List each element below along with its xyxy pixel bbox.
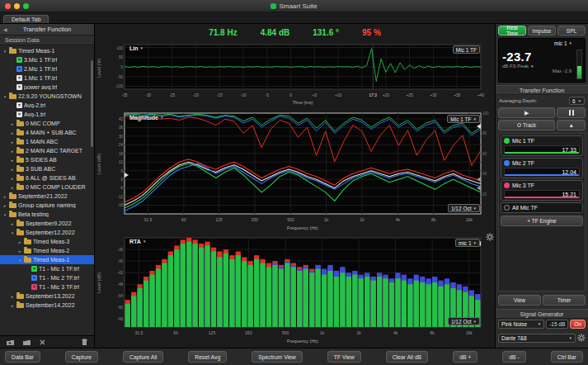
add-tf-engine-button[interactable]: + TF Engine — [501, 216, 583, 226]
magnitude-mode-dropdown[interactable]: Magnitude▼ — [129, 115, 163, 121]
magnitude-trace-chip[interactable]: Mic 1 TF▼ — [447, 115, 480, 123]
trash-button[interactable] — [81, 338, 88, 346]
tree-folder-timed-meas-3[interactable]: ▸Timed Meas-3 — [0, 237, 94, 246]
generator-source-dropdown[interactable]: Pink Noise▼ — [498, 320, 544, 329]
tree-file-avg-2-trf[interactable]: ×Avg-2.trf — [0, 101, 94, 110]
bar-button-ctrl-bar[interactable]: Ctrl Bar — [551, 351, 583, 363]
tree-folder-timed-meas-1[interactable]: ▾Timed Meas-1 — [0, 255, 94, 264]
rta-octave-badge[interactable]: 1/12 Oct▼ — [448, 317, 480, 325]
tree-folder-1-main-abc[interactable]: ▸1 MAIN ABC — [0, 137, 94, 146]
ir-trace-chip[interactable]: Mic 1 TF — [453, 45, 480, 54]
timer-button[interactable]: Timer — [543, 295, 586, 306]
sidebar-scrollbar[interactable] — [91, 60, 93, 147]
magnitude-octave-badge[interactable]: 1/12 Oct▼ — [448, 204, 480, 212]
spl-mode-button[interactable]: SPL — [557, 26, 586, 36]
collapse-sidebar-icon[interactable]: ◀ — [3, 26, 7, 32]
tree-file-t1-mic-2-tf-trf[interactable]: ×T1 - Mic 2 TF.trf — [0, 273, 94, 282]
rta-plot[interactable]: Level (dB) 31.5631252505001k2k4k8k16k-30… — [95, 235, 495, 346]
tree-folder-0-mic-comp[interactable]: ▸0 MIC COMP — [0, 119, 94, 128]
disclosure-open-icon[interactable]: ▾ — [2, 212, 7, 217]
open-folder-button[interactable] — [22, 339, 31, 346]
bar-button-capture-all[interactable]: Capture All — [123, 351, 163, 363]
tree-file-power-avg-trf[interactable]: ×power avg.trf — [0, 83, 94, 92]
remove-item-button[interactable] — [39, 339, 46, 346]
trace-color-dot[interactable] — [504, 182, 510, 188]
view-button[interactable]: View — [498, 295, 541, 306]
magnitude-canvas[interactable]: 31.5631252505001k2k4k8k16k42363024181260… — [105, 111, 492, 233]
bar-button-data-bar[interactable]: Data Bar — [5, 351, 40, 363]
ir-mode-dropdown[interactable]: Lin▼ — [129, 45, 143, 51]
tree-folder-2-main-abc-target[interactable]: ▸2 MAIN ABC TARGET — [0, 146, 94, 155]
live-ir-plot[interactable]: Level (%) 100500-50-100-35-30-25-20-15-1… — [95, 42, 495, 108]
disclosure-closed-icon[interactable]: ▸ — [10, 149, 15, 154]
bar-button-tf-view[interactable]: TF View — [327, 351, 361, 363]
bar-button-reset-avg[interactable]: Reset Avg — [188, 351, 227, 363]
generator-level-value[interactable]: -15 dB — [546, 320, 568, 329]
disclosure-closed-icon[interactable]: ▸ — [10, 303, 15, 308]
disclosure-open-icon[interactable]: ▾ — [10, 230, 15, 235]
minimize-window-button[interactable] — [14, 3, 20, 9]
disclosure-closed-icon[interactable]: ▸ — [10, 130, 15, 135]
close-window-button[interactable] — [5, 3, 11, 9]
tree-folder-4-main-sub-abc[interactable]: ▸4 MAIN + SUB ABC — [0, 128, 94, 137]
trace-color-dot[interactable] — [504, 138, 510, 144]
disclosure-closed-icon[interactable]: ▸ — [10, 221, 15, 226]
new-folder-button[interactable] — [6, 339, 15, 346]
zoom-window-button[interactable] — [23, 3, 29, 9]
bar-button-spectrum-view[interactable]: Spectrum View — [252, 351, 303, 363]
tree-file-1-mic-1-tf-trf[interactable]: ×1.Mic 1 TF.trf — [0, 73, 94, 83]
disclosure-open-icon[interactable]: ▾ — [17, 258, 22, 263]
track-button[interactable]: Track — [498, 120, 555, 130]
eject-button[interactable]: ▲ — [557, 120, 586, 130]
trace-color-dot[interactable] — [504, 205, 510, 211]
rta-canvas[interactable]: 31.5631252505001k2k4k8k16k-30-36-42-48-5… — [105, 235, 492, 346]
tree-folder-timed-meas-1[interactable]: ▾Timed Meas-1 — [0, 46, 94, 55]
tree-folder-6-all-sides-ab[interactable]: ▸6 ALL @ SIDES AB — [0, 173, 94, 182]
tf-measurement-mic-2-tf[interactable]: Mic 2 TF12.04 — [501, 158, 583, 178]
tree-folder-september13-2022[interactable]: ▸September13.2022 — [0, 292, 94, 301]
bar-button-clear-all-db[interactable]: Clear All dB — [386, 351, 429, 363]
tree-folder-5-sides-ab[interactable]: ▸5 SIDES AB — [0, 155, 94, 164]
tree-folder-3-sub-abc[interactable]: ▸3 SUB ABC — [0, 164, 94, 173]
tree-folder-0-mic-comp-louder[interactable]: ▸0 MIC COMP LOUDER — [0, 182, 94, 192]
tree-file-avg-1-trf[interactable]: ×Avg-1.trf — [0, 110, 94, 119]
tf-measurement-mic-3-tf[interactable]: Mic 3 TF15.21 — [501, 180, 583, 201]
generator-on-button[interactable]: On — [570, 320, 586, 329]
tree-folder-beta-testing[interactable]: ▾Beta testing — [0, 210, 94, 219]
tree-folder-22-9-20-youngstown[interactable]: ▾22.9.20 YOUNGSTOWN — [0, 92, 94, 101]
meter-source-dropdown[interactable]: mic 1▼ — [554, 40, 572, 46]
live-ir-canvas[interactable]: 100500-50-100-35-30-25-20-15-10-50+5+101… — [105, 42, 492, 108]
disclosure-closed-icon[interactable]: ▸ — [10, 140, 15, 145]
rta-mode-dropdown[interactable]: RTA▼ — [129, 239, 146, 244]
disclosure-closed-icon[interactable]: ▸ — [10, 294, 15, 299]
disclosure-open-icon[interactable]: ▾ — [2, 49, 7, 54]
tree-file-3-mic-1-tf-trf[interactable]: ×3.Mic 1 TF.trf — [0, 55, 94, 64]
trace-color-dot[interactable] — [504, 160, 510, 166]
generator-output-dropdown[interactable]: Dante 7&8▼ — [498, 334, 576, 343]
plot-settings-gear-icon[interactable] — [476, 233, 494, 241]
tree-folder-september14-2022[interactable]: ▸September14.2022 — [0, 301, 94, 310]
tf-measurement-all-mic-tf[interactable]: All Mic TF — [501, 202, 583, 213]
bar-button-db[interactable]: dB - — [502, 351, 525, 363]
disclosure-open-icon[interactable]: ▾ — [2, 94, 7, 99]
disclosure-closed-icon[interactable]: ▸ — [10, 176, 15, 181]
play-button[interactable]: ▶ — [498, 107, 555, 118]
tree-folder-september12-2022[interactable]: ▾September12.2022 — [0, 228, 94, 237]
session-data-header[interactable]: Session Data — [0, 36, 94, 45]
generator-settings-gear-icon[interactable] — [577, 330, 586, 345]
disclosure-closed-icon[interactable]: ▸ — [10, 185, 15, 190]
tf-measurement-mic-1-tf[interactable]: Mic 1 TF17.33 — [501, 135, 583, 156]
disclosure-closed-icon[interactable]: ▸ — [10, 158, 15, 163]
disclosure-closed-icon[interactable]: ▸ — [10, 121, 15, 126]
tree-folder-timed-meas-2[interactable]: ▸Timed Meas-2 — [0, 246, 94, 255]
pause-button[interactable] — [557, 107, 586, 118]
disclosure-closed-icon[interactable]: ▸ — [17, 249, 22, 254]
real-time-mode-button[interactable]: Real Time — [498, 26, 526, 36]
disclosure-closed-icon[interactable]: ▸ — [17, 239, 22, 244]
bar-button-db[interactable]: dB + — [453, 351, 477, 363]
tree-folder-group-capture-naming[interactable]: ▸Group capture naming — [0, 201, 94, 210]
averaging-depth-dropdown[interactable]: 6▼ — [569, 97, 585, 105]
disclosure-closed-icon[interactable]: ▸ — [10, 167, 15, 172]
impulse-mode-button[interactable]: Impulse — [528, 26, 556, 36]
tree-folder-september9-2022[interactable]: ▸September9.2022 — [0, 219, 94, 228]
